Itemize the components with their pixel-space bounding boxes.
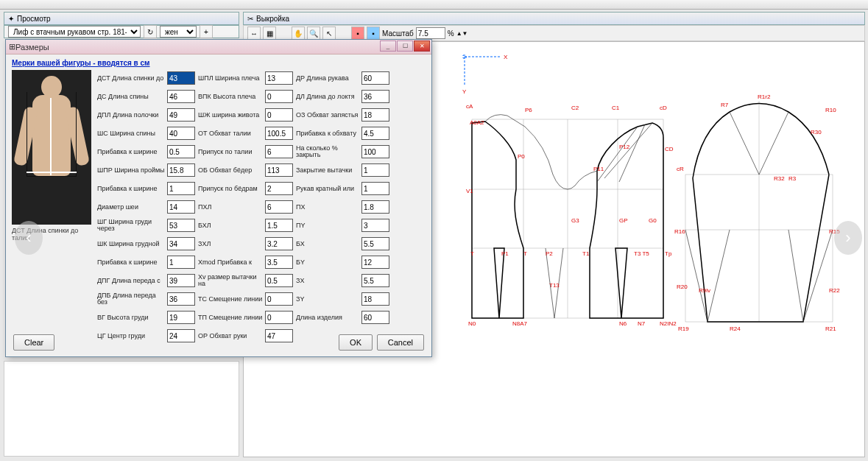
meas-input[interactable] [265,163,293,177]
app-toolbar [0,0,868,10]
meas-row: Прибавка к ширине [97,254,195,270]
meas-label: ВГ Высота груди [97,314,165,321]
meas-input[interactable] [167,71,195,85]
meas-input[interactable] [361,256,389,269]
meas-input[interactable] [265,90,293,103]
svg-text:C1: C1 [612,105,620,111]
meas-row: ДПБ Длина переда без [97,291,195,307]
svg-text:N8A7: N8A7 [512,320,528,327]
intro-link[interactable]: Мерки вашей фигуры - вводятся в см [12,59,426,67]
meas-input[interactable] [265,256,293,269]
meas-row: БY [296,254,389,270]
meas-input[interactable] [265,237,293,250]
meas-input[interactable] [167,182,195,195]
ok-button[interactable]: OK [339,334,373,351]
pattern-title: Выкройка [256,15,289,23]
svg-text:R20: R20 [677,284,688,290]
meas-input[interactable] [265,145,293,158]
svg-text:G3: G3 [571,217,579,224]
meas-input[interactable] [167,90,195,103]
meas-input[interactable] [361,145,389,158]
meas-row: БХ [296,236,389,252]
meas-label: Припуск по бёдрам [198,186,263,192]
meas-input[interactable] [265,71,293,85]
meas-row: ДС Длина спины [97,88,195,105]
meas-label: ПY [296,222,359,229]
nav-prev[interactable]: ‹ [15,221,43,255]
cancel-button[interactable]: Cancel [377,334,424,351]
meas-input[interactable] [361,292,389,306]
meas-input[interactable] [167,237,195,250]
refresh-button[interactable]: ↻ [144,25,157,38]
meas-label: ЗY [296,296,359,303]
tool-blue[interactable]: ▪ [367,27,380,40]
meas-row: ДЛ Длина до локтя [296,88,389,105]
meas-row: ТС Смещение линии [198,291,293,307]
meas-input[interactable] [167,163,195,177]
svg-text:P0: P0 [518,153,525,160]
meas-input[interactable] [167,200,195,214]
scale-input[interactable] [416,27,445,39]
meas-input[interactable] [265,311,293,324]
meas-label: Прибавка к обхвату [296,130,359,137]
meas-input[interactable] [265,219,293,232]
meas-input[interactable] [265,108,293,122]
meas-input[interactable] [361,71,389,85]
fit-button[interactable]: ▦ [263,27,276,40]
meas-input[interactable] [167,311,195,324]
meas-input[interactable] [361,90,389,103]
svg-text:cR: cR [677,166,684,172]
plus-button[interactable]: + [200,25,213,38]
svg-text:P11: P11 [593,166,604,172]
svg-text:R7: R7 [721,102,729,108]
dialog-titlebar[interactable]: ⊞ Размеры _ ☐ ✕ [6,40,431,54]
scale-spinner[interactable]: ▲▼ [456,30,468,37]
meas-input[interactable] [361,127,389,140]
meas-input[interactable] [167,329,195,342]
pointer-button[interactable]: ↖ [322,27,336,40]
svg-text:N0: N0 [468,320,476,327]
svg-text:P12: P12 [619,144,630,150]
meas-input[interactable] [361,182,389,195]
meas-input[interactable] [361,274,389,287]
meas-input[interactable] [361,108,389,122]
zoom-button[interactable]: 🔍 [307,27,320,40]
meas-input[interactable] [167,145,195,158]
meas-input[interactable] [361,200,389,214]
meas-row: Xmod Прибавка к [198,254,293,270]
hand-button[interactable]: ✋ [292,27,305,40]
svg-text:T3 T5: T3 T5 [634,250,649,257]
meas-input[interactable] [361,219,389,232]
close-button[interactable]: ✕ [414,41,430,52]
meas-label: Закрытие вытачки [296,167,359,174]
meas-label: ВПК Высота плеча [198,94,263,100]
maximize-button[interactable]: ☐ [397,41,413,52]
meas-input[interactable] [167,274,195,287]
minimize-button[interactable]: _ [380,41,396,52]
meas-input[interactable] [167,219,195,232]
nav-next[interactable]: › [834,221,862,255]
meas-input[interactable] [167,292,195,306]
meas-input[interactable] [265,127,293,140]
gender-select[interactable]: жен [160,26,197,38]
clear-button[interactable]: Clear [13,334,54,351]
expand-h-button[interactable]: ↔ [247,27,261,40]
meas-input[interactable] [265,292,293,306]
tool-red[interactable]: ▪ [351,27,364,40]
meas-input[interactable] [167,256,195,269]
meas-input[interactable] [361,311,389,324]
meas-label: БY [296,259,359,266]
preview-thumb-area [4,361,239,457]
meas-input[interactable] [265,200,293,214]
meas-input[interactable] [361,163,389,177]
meas-input[interactable] [265,329,293,342]
meas-label: Прибавка к ширине [97,259,165,266]
meas-input[interactable] [167,127,195,140]
meas-input[interactable] [265,274,293,287]
meas-row: ОТ Обхват талии [198,125,293,141]
pattern-select[interactable]: Лиф с втачным рукавом стр. 181-225 [8,26,141,38]
meas-input[interactable] [265,182,293,195]
meas-input[interactable] [167,108,195,122]
meas-input[interactable] [361,237,389,250]
meas-row: На сколько % закрыть [296,144,389,160]
